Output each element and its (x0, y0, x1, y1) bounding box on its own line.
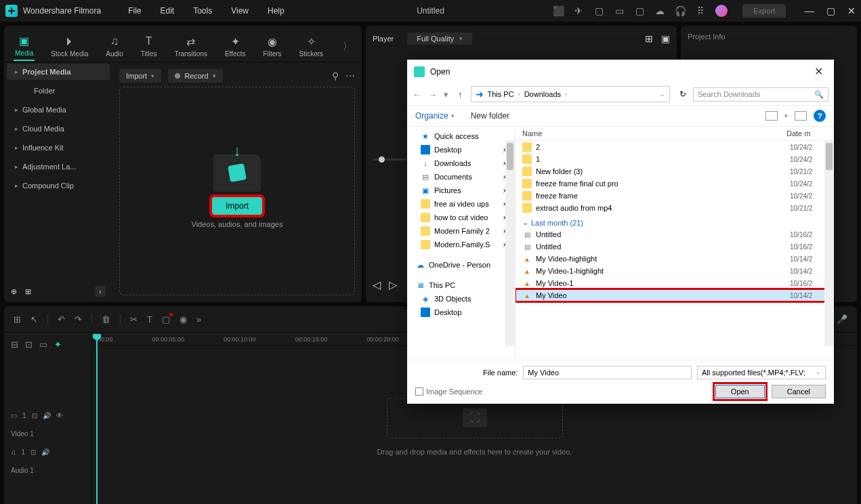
cut-icon[interactable]: ✂ (130, 314, 138, 324)
file-row[interactable]: ▤Untitled10/16/2 (516, 240, 834, 253)
tab-filters[interactable]: ◉Filters (261, 33, 282, 60)
file-row[interactable]: New folder (3)10/21/2 (516, 165, 834, 177)
breadcrumb-dropdown-icon[interactable]: ⌄ (660, 91, 665, 98)
track-options-icon[interactable]: ▭ (39, 339, 47, 350)
lock-icon[interactable]: ⊡ (30, 448, 36, 456)
nav-up-icon[interactable]: ↑ (458, 89, 463, 100)
gift-icon[interactable]: ⬛ (553, 5, 564, 16)
file-row[interactable]: ▲My Video-1-highlight10/14/2 (516, 265, 834, 277)
search-input[interactable]: Search Downloads 🔍 (693, 87, 828, 102)
visibility-icon[interactable]: 👁 (56, 412, 63, 419)
new-folder-button[interactable]: New folder (471, 111, 509, 121)
tree-downloads[interactable]: ↓Downloads (407, 156, 515, 170)
apps-icon[interactable]: ⠿ (695, 5, 706, 16)
collapse-sidebar-icon[interactable]: ‹ (95, 286, 106, 297)
audio-track-header[interactable]: ♫1⊡🔊 (8, 443, 87, 461)
play-icon[interactable]: ▷ (389, 278, 397, 291)
magnet-icon[interactable]: ⊡ (25, 339, 33, 350)
file-row[interactable]: extract audio from mp410/21/2 (516, 202, 834, 214)
send-icon[interactable]: ✈ (573, 5, 584, 16)
file-list-header[interactable]: Name Date m (516, 127, 834, 141)
menu-tools[interactable]: Tools (193, 6, 212, 16)
mic-icon[interactable]: 🎤 (837, 314, 847, 324)
grid-view-icon[interactable]: ⊞ (645, 33, 653, 44)
tree-folder-2[interactable]: how to cut video (407, 211, 515, 224)
redo-icon[interactable]: ↷ (75, 314, 82, 324)
sidebar-item-folder[interactable]: Folder (4, 81, 112, 100)
sidebar-item-influence-kit[interactable]: ▸Influence Kit (4, 138, 112, 157)
new-bin-icon[interactable]: ⊞ (25, 287, 31, 296)
export-button[interactable]: Export (742, 4, 786, 18)
tree-quick-access[interactable]: ★Quick access (407, 129, 515, 143)
panel2-icon[interactable]: ▭ (614, 5, 625, 16)
color-icon[interactable]: ◉ (180, 314, 187, 324)
breadcrumb[interactable]: ➜ This PC› Downloads› ⌄ (471, 86, 671, 102)
panel1-icon[interactable]: ▢ (593, 5, 604, 16)
view-mode-icon[interactable] (765, 111, 778, 121)
file-row[interactable]: freeze frame10/24/2 (516, 190, 834, 202)
menu-file[interactable]: File (128, 6, 141, 16)
image-sequence-checkbox[interactable]: Image Sequence (415, 387, 482, 396)
refresh-icon[interactable]: ↻ (675, 89, 690, 99)
file-row[interactable]: ▲My Video10/14/2 (516, 289, 834, 301)
file-row[interactable]: ▤Untitled10/16/2 (516, 228, 834, 240)
tab-media[interactable]: ▣Media (14, 32, 35, 61)
nav-recent-icon[interactable]: ▾ (444, 89, 448, 100)
tree-this-pc[interactable]: 🖥This PC (407, 278, 515, 292)
tab-transitions[interactable]: ⇄Transitions (173, 33, 209, 60)
crop-icon[interactable]: ▢ (162, 314, 170, 324)
lock-icon[interactable]: ⊡ (32, 412, 37, 419)
mute-icon[interactable]: 🔊 (43, 412, 51, 419)
help-icon[interactable]: ? (814, 110, 826, 122)
file-row[interactable]: freeze frame final cut pro10/24/2 (516, 177, 834, 190)
tab-effects[interactable]: ✦Effects (224, 33, 247, 60)
file-row[interactable]: 210/24/2 (516, 141, 834, 153)
column-date[interactable]: Date m (786, 129, 827, 138)
column-name[interactable]: Name (522, 129, 786, 138)
trash-icon[interactable]: 🗑 (102, 314, 110, 324)
tree-desktop-2[interactable]: Desktop (407, 306, 515, 319)
sidebar-item-adjustment-layer[interactable]: ▸Adjustment La... (4, 157, 112, 176)
avatar-icon[interactable] (715, 5, 728, 17)
tab-stock-media[interactable]: ⏵Stock Media (49, 33, 89, 60)
cancel-button[interactable]: Cancel (772, 385, 826, 398)
link-icon[interactable]: ⊟ (11, 339, 18, 350)
close-icon[interactable]: ✕ (847, 5, 856, 16)
tree-onedrive[interactable]: ☁OneDrive - Person (407, 258, 515, 272)
tabs-more-icon[interactable]: 〉 (343, 41, 352, 53)
more-icon[interactable]: ⋯ (345, 70, 355, 81)
record-dropdown[interactable]: Record▾ (168, 69, 222, 83)
maximize-icon[interactable]: ▢ (826, 5, 835, 16)
text-icon[interactable]: T (147, 314, 152, 324)
filetype-dropdown[interactable]: All supported files(*.MP4;*.FLV;⌄ (697, 366, 826, 379)
file-list-scrollbar[interactable] (824, 140, 834, 346)
tree-folder-3[interactable]: Modern Family 2 (407, 224, 515, 238)
sidebar-item-project-media[interactable]: ▸Project Media (7, 64, 110, 80)
file-row[interactable]: ▲My Video-highlight10/14/2 (516, 253, 834, 265)
import-button[interactable]: Import (212, 197, 262, 215)
expand-icon[interactable]: » (196, 314, 201, 324)
panel3-icon[interactable]: ▢ (634, 5, 645, 16)
undo-icon[interactable]: ↶ (58, 314, 65, 324)
nav-back-icon[interactable]: ← (413, 89, 421, 100)
tree-pictures[interactable]: ▣Pictures (407, 184, 515, 197)
tree-3d-objects[interactable]: ◈3D Objects (407, 292, 515, 306)
group-last-month[interactable]: ⌄Last month (21) (516, 214, 834, 228)
tree-documents[interactable]: ▤Documents (407, 170, 515, 184)
minimize-icon[interactable]: — (805, 5, 814, 16)
new-folder-icon[interactable]: ⊕ (11, 287, 17, 296)
tab-stickers[interactable]: ✧Stickers (298, 33, 325, 60)
pointer-icon[interactable]: ↖ (30, 314, 38, 324)
open-button[interactable]: Open (715, 385, 765, 398)
filename-input[interactable] (523, 366, 692, 379)
file-row[interactable]: ▲My Video-110/16/2 (516, 277, 834, 289)
sidebar-item-global-media[interactable]: ▸Global Media (4, 100, 112, 119)
file-row[interactable]: 110/24/2 (516, 153, 834, 165)
mute-icon[interactable]: 🔊 (41, 448, 49, 456)
nav-forward-icon[interactable]: → (428, 89, 437, 100)
headphones-icon[interactable]: 🎧 (675, 5, 686, 16)
menu-edit[interactable]: Edit (161, 6, 175, 16)
import-dropdown[interactable]: Import▾ (119, 69, 161, 83)
preview-pane-icon[interactable] (795, 111, 807, 121)
layout-icon[interactable]: ⊞ (14, 314, 21, 324)
